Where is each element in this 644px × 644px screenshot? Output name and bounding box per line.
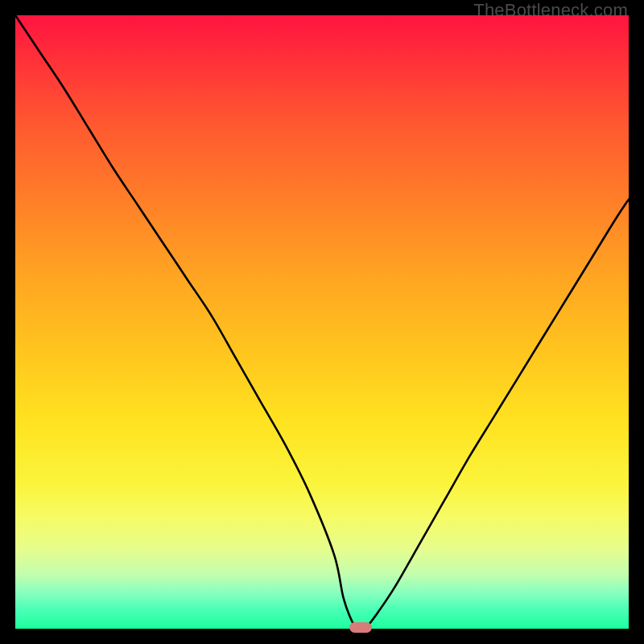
plot-area: [15, 15, 629, 629]
optimal-marker: [349, 622, 372, 633]
chart-frame: TheBottleneck.com: [0, 0, 644, 644]
bottleneck-curve-path: [15, 15, 629, 629]
curve-svg: [15, 15, 629, 629]
